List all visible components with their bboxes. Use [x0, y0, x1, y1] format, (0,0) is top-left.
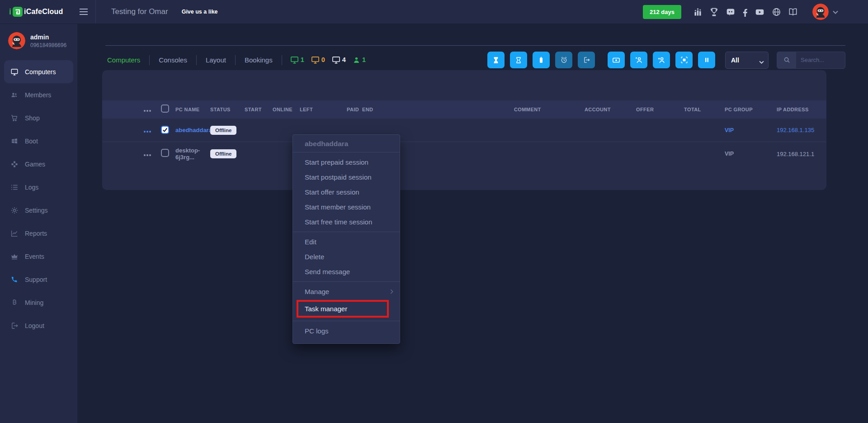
sidebar-user-card[interactable]: admin 096184986696 — [0, 24, 77, 56]
row-checkbox[interactable] — [161, 149, 169, 157]
row-actions-icon[interactable] — [143, 150, 161, 158]
user-menu[interactable] — [812, 4, 838, 20]
sidebar-item-boot[interactable]: Boot — [4, 129, 73, 152]
pc-group-filter[interactable]: All — [725, 52, 769, 69]
admin-username: admin — [30, 33, 66, 41]
col-status: STATUS — [210, 107, 245, 112]
subscription-days-button[interactable]: 212 days — [643, 5, 681, 19]
tab-computers[interactable]: Computers — [105, 55, 150, 65]
facebook-icon[interactable] — [742, 7, 748, 17]
cafe-title: Testing for Omar — [111, 7, 168, 16]
add-guest-button[interactable] — [653, 52, 670, 68]
cart-icon — [10, 114, 19, 122]
give-us-a-like-link[interactable]: Give us a like — [182, 9, 218, 15]
menu-item-edit[interactable]: Edit — [293, 234, 400, 249]
pc-group-value: VIP — [725, 151, 777, 157]
col-account: ACCOUNT — [585, 107, 636, 112]
menu-item-delete[interactable]: Delete — [293, 249, 400, 264]
payment-button[interactable] — [608, 52, 625, 68]
search-icon — [777, 52, 796, 68]
icafecloud-logo-icon — [12, 6, 23, 17]
alarm-clock-icon — [560, 56, 568, 64]
tab-bookings[interactable]: Bookings — [236, 55, 282, 65]
status-badge: Offline — [210, 149, 236, 158]
sidebar-item-games[interactable]: Games — [4, 152, 73, 176]
brand-section: i iCafeCloud — [0, 0, 96, 24]
windows-icon — [10, 137, 19, 145]
start-timed-session-button[interactable] — [487, 52, 505, 68]
sidebar-item-shop[interactable]: Shop — [4, 106, 73, 129]
ip-address-value: 192.168.121.1 — [777, 151, 826, 157]
phone-icon — [10, 276, 19, 284]
globe-icon[interactable] — [772, 7, 781, 17]
pc-name-link[interactable]: abedhaddara — [175, 127, 210, 133]
select-all-checkbox[interactable] — [161, 105, 169, 113]
menu-item-manage[interactable]: Manage — [293, 284, 400, 299]
crown-icon — [10, 252, 19, 261]
pc-context-menu: abedhaddara Start prepaid session Start … — [292, 134, 400, 344]
sidebar-item-reports[interactable]: Reports — [4, 222, 73, 245]
screenshot-button[interactable] — [675, 52, 693, 68]
logout-icon — [10, 322, 19, 330]
control-bar: Computers Consoles Layout Bookings 1 0 4… — [105, 45, 845, 69]
tab-consoles[interactable]: Consoles — [150, 55, 197, 65]
gear-icon — [10, 206, 19, 214]
menu-item-start-prepaid-session[interactable]: Start prepaid session — [293, 155, 400, 170]
pause-button[interactable] — [698, 52, 715, 68]
col-comment: COMMENT — [514, 107, 585, 112]
sidebar-nav: Computers Members Shop Boot Games Logs S… — [0, 60, 77, 337]
chart-icon — [10, 229, 19, 238]
logo-i-glyph: i — [9, 7, 11, 17]
sidebar-item-support[interactable]: Support — [4, 268, 73, 291]
menu-item-start-offer-session[interactable]: Start offer session — [293, 185, 400, 200]
user-plus-icon — [657, 56, 665, 64]
sidebar-item-logs[interactable]: Logs — [4, 176, 73, 199]
sidebar-item-members[interactable]: Members — [4, 83, 73, 106]
assign-member-button[interactable] — [630, 52, 647, 68]
chevron-right-icon — [390, 288, 393, 295]
col-start: START — [245, 107, 273, 112]
pc-group-value: VIP — [725, 127, 777, 133]
menu-toggle-icon[interactable] — [79, 8, 88, 15]
end-session-button[interactable] — [578, 52, 595, 68]
battery-button[interactable] — [533, 52, 550, 68]
sidebar-item-settings[interactable]: Settings — [4, 199, 73, 222]
search-box — [777, 52, 845, 69]
discord-icon[interactable] — [726, 7, 736, 17]
menu-item-send-message[interactable]: Send message — [293, 264, 400, 279]
sidebar-item-computers[interactable]: Computers — [4, 60, 73, 83]
menu-item-task-manager[interactable]: Task manager — [298, 302, 387, 316]
tab-layout[interactable]: Layout — [197, 55, 236, 65]
pc-name-link[interactable]: desktop-6j3rg... — [175, 147, 210, 161]
manual-book-icon[interactable] — [788, 7, 798, 17]
ranking-icon[interactable] — [693, 7, 703, 17]
topbar: i iCafeCloud Testing for Omar Give us a … — [0, 0, 868, 24]
menu-item-pc-logs[interactable]: PC logs — [293, 323, 400, 338]
table-header-row: PC NAME STATUS START ONLINE LEFT PAID EN… — [102, 100, 826, 119]
ip-address-value: 192.168.1.135 — [777, 127, 826, 133]
row-actions-icon[interactable] — [143, 126, 161, 134]
sidebar-item-mining[interactable]: Mining — [4, 291, 73, 314]
list-icon — [10, 183, 19, 191]
extend-time-button[interactable] — [510, 52, 527, 68]
admin-phone: 096184986696 — [30, 42, 66, 48]
menu-item-start-free-time-session[interactable]: Start free time session — [293, 214, 400, 229]
app-logo[interactable]: i iCafeCloud — [9, 6, 63, 17]
alarm-button[interactable] — [555, 52, 572, 68]
menu-item-start-postpaid-session[interactable]: Start postpaid session — [293, 170, 400, 185]
menu-item-start-member-session[interactable]: Start member session — [293, 200, 400, 214]
col-end: END — [362, 107, 514, 112]
column-options-icon[interactable] — [143, 105, 161, 114]
hourglass-outline-icon — [515, 57, 522, 64]
trophy-icon[interactable] — [709, 7, 719, 17]
col-ip-address: IP ADDRESS — [777, 107, 826, 112]
hourglass-filled-icon — [492, 57, 500, 64]
members-online-counter: 1 — [353, 56, 366, 64]
youtube-icon[interactable] — [755, 7, 765, 17]
search-input[interactable] — [796, 52, 845, 68]
row-checkbox-checked[interactable] — [161, 126, 169, 134]
sidebar-item-events[interactable]: Events — [4, 245, 73, 268]
chevron-down-icon — [833, 8, 838, 16]
admin-avatar — [8, 32, 25, 49]
sidebar-item-logout[interactable]: Logout — [4, 314, 73, 337]
